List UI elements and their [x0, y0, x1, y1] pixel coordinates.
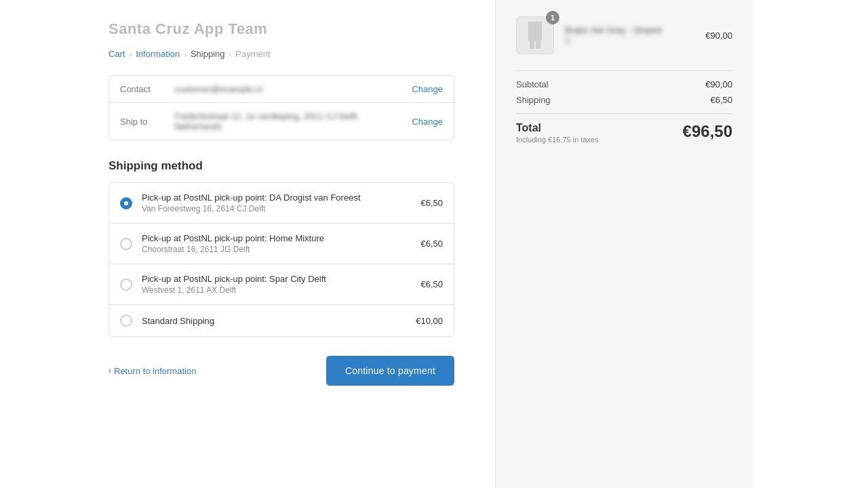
radio-btn-1	[120, 238, 132, 250]
contact-ship-card: Contact customer@example.nl Change Ship …	[108, 75, 454, 140]
breadcrumb-shipping: Shipping	[191, 49, 225, 59]
option-address-0: Van Foreestweg 16, 2614 CJ Delft	[142, 204, 412, 214]
breadcrumb-sep-2: ›	[184, 50, 186, 58]
option-name-0: Pick-up at PostNL pick-up point: DA Drog…	[142, 192, 412, 203]
cart-item-variant: S	[565, 37, 697, 46]
shipping-options-list: Pick-up at PostNL pick-up point: DA Drog…	[108, 182, 454, 337]
total-amount: €96,50	[683, 122, 732, 141]
shipping-label: Shipping	[516, 95, 551, 105]
breadcrumb-payment: Payment	[235, 49, 270, 59]
summary-divider-1	[516, 70, 732, 71]
left-panel: Santa Cruz App Team Cart › Information ›…	[0, 0, 495, 488]
cart-item-details: Brabo Set Grey - Striped S	[565, 24, 697, 46]
option-details-3: Standard Shipping	[142, 316, 408, 326]
breadcrumb-sep-1: ›	[130, 50, 132, 58]
subtotal-label: Subtotal	[516, 79, 549, 89]
svg-rect-1	[530, 41, 534, 49]
shipping-option-3[interactable]: Standard Shipping€10,00	[109, 305, 454, 336]
total-label-wrap: Total Including €16,75 in taxes	[516, 122, 599, 144]
option-price-1: €6,50	[420, 239, 443, 249]
shipping-option-2[interactable]: Pick-up at PostNL pick-up point: Spar Ci…	[109, 264, 454, 305]
breadcrumb-cart[interactable]: Cart	[108, 49, 125, 59]
option-details-2: Pick-up at PostNL pick-up point: Spar Ci…	[142, 274, 412, 295]
shipping-row: Shipping €6,50	[516, 95, 732, 105]
contact-change[interactable]: Change	[412, 84, 443, 94]
footer-actions: ‹ Return to information Continue to paym…	[108, 356, 454, 386]
option-name-3: Standard Shipping	[142, 316, 408, 326]
option-details-0: Pick-up at PostNL pick-up point: DA Drog…	[142, 192, 412, 214]
svg-rect-2	[536, 41, 540, 49]
shipping-option-1[interactable]: Pick-up at PostNL pick-up point: Home Mi…	[109, 224, 454, 264]
breadcrumb-information[interactable]: Information	[136, 49, 180, 59]
shipping-method-title: Shipping method	[108, 159, 454, 173]
radio-btn-3	[120, 314, 132, 327]
option-price-0: €6,50	[420, 198, 443, 208]
store-title: Santa Cruz App Team	[108, 20, 454, 38]
radio-btn-2	[120, 279, 132, 291]
option-address-2: Westvest 1, 2611 AX Delft	[142, 285, 412, 295]
cart-thumbnail-wrap: 1	[516, 16, 554, 54]
contact-label: Contact	[120, 84, 174, 94]
cart-item-price: €90,00	[705, 30, 732, 41]
breadcrumb-sep-3: ›	[229, 50, 232, 58]
total-tax: Including €16,75 in taxes	[516, 136, 599, 144]
continue-to-payment-button[interactable]: Continue to payment	[326, 356, 454, 386]
option-name-1: Pick-up at PostNL pick-up point: Home Mi…	[142, 233, 412, 243]
contact-value: customer@example.nl	[174, 84, 403, 94]
ship-to-row: Ship to Frederikstraat 12, 1e verdieping…	[109, 103, 454, 140]
right-panel: 1 Brabo Set Grey - Striped S €90,00 Subt…	[495, 0, 753, 488]
return-link-label: Return to information	[114, 366, 196, 376]
ship-to-change[interactable]: Change	[412, 117, 443, 127]
subtotal-value: €90,00	[705, 79, 732, 89]
cart-badge: 1	[546, 11, 559, 24]
product-image-icon	[526, 22, 545, 49]
cart-item: 1 Brabo Set Grey - Striped S €90,00	[516, 16, 732, 54]
radio-btn-0	[120, 197, 132, 209]
option-price-3: €10,00	[416, 316, 443, 326]
option-details-1: Pick-up at PostNL pick-up point: Home Mi…	[142, 233, 412, 254]
cart-item-name: Brabo Set Grey - Striped	[565, 24, 697, 37]
subtotal-row: Subtotal €90,00	[516, 79, 732, 89]
option-address-1: Choorstraat 16, 2611 JG Delft	[142, 245, 412, 254]
svg-rect-0	[528, 22, 542, 41]
chevron-left-icon: ‹	[108, 366, 111, 375]
breadcrumb: Cart › Information › Shipping › Payment	[108, 49, 454, 59]
return-to-information-link[interactable]: ‹ Return to information	[108, 366, 196, 376]
ship-to-value: Frederikstraat 12, 1e verdieping, 2611 C…	[174, 111, 403, 131]
shipping-option-0[interactable]: Pick-up at PostNL pick-up point: DA Drog…	[109, 183, 454, 224]
total-label: Total	[516, 122, 599, 134]
shipping-value: €6,50	[710, 95, 732, 105]
ship-to-label: Ship to	[120, 117, 174, 127]
option-price-2: €6,50	[420, 279, 443, 289]
option-name-2: Pick-up at PostNL pick-up point: Spar Ci…	[142, 274, 412, 284]
contact-row: Contact customer@example.nl Change	[109, 76, 454, 103]
total-row: Total Including €16,75 in taxes €96,50	[516, 113, 732, 144]
